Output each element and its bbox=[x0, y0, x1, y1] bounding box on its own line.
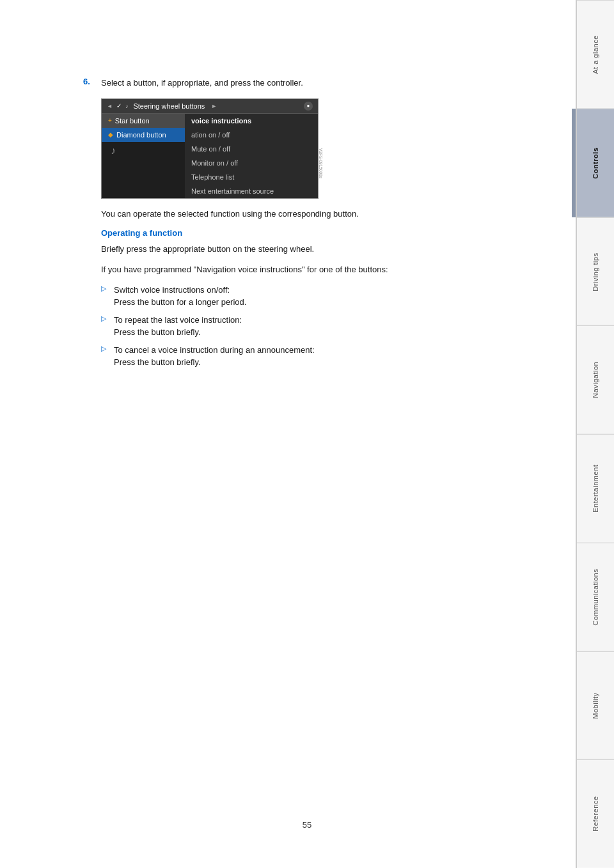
body-text-1: You can operate the selected function us… bbox=[101, 208, 518, 221]
menu-right-panel: voice instructions ation on / off Mute o… bbox=[185, 114, 318, 198]
body-text-2: Briefly press the appropriate button on … bbox=[101, 243, 518, 256]
bullet-item-2: ▷ To cancel a voice instruction during a… bbox=[101, 344, 518, 369]
bullet-arrow-0: ▷ bbox=[101, 284, 109, 293]
screenshot-watermark: V2FS-0815000s bbox=[319, 148, 323, 178]
tab-entertainment[interactable]: Entertainment bbox=[577, 434, 614, 543]
bullet-arrow-2: ▷ bbox=[101, 345, 109, 353]
bullet-text-0: Switch voice instructions on/off: Press … bbox=[114, 284, 246, 309]
menu-right-item-2: Mute on / off bbox=[185, 142, 318, 156]
section-heading-operating-function: Operating a function bbox=[101, 228, 518, 238]
tab-mobility[interactable]: Mobility bbox=[577, 651, 614, 760]
menu-left-panel: + Star button ◆ Diamond button ♪ bbox=[102, 114, 185, 198]
menu-right-item-5: Next entertainment source bbox=[185, 184, 318, 198]
bullet-arrow-1: ▷ bbox=[101, 314, 109, 323]
menu-right-item-3: Monitor on / off bbox=[185, 156, 318, 170]
tab-communications[interactable]: Communications bbox=[577, 543, 614, 651]
menu-right-item-0: voice instructions bbox=[185, 114, 318, 128]
body-text-3: If you have programmed "Navigation voice… bbox=[101, 263, 518, 276]
ui-menu: + Star button ◆ Diamond button ♪ voice i… bbox=[102, 114, 318, 198]
main-content: 6. Select a button, if appropriate, and … bbox=[83, 77, 518, 374]
diamond-button-label: Diamond button bbox=[116, 131, 166, 139]
tab-at-a-glance[interactable]: At a glance bbox=[577, 0, 614, 109]
step-6: 6. Select a button, if appropriate, and … bbox=[83, 77, 518, 89]
tab-reference[interactable]: Reference bbox=[577, 759, 614, 868]
star-button-label: Star button bbox=[115, 117, 150, 125]
speaker-icon: ♪ bbox=[125, 103, 129, 109]
bullet-item-0: ▷ Switch voice instructions on/off: Pres… bbox=[101, 284, 518, 309]
titlebar-dot: ● bbox=[304, 102, 313, 111]
bullet-item-1: ▷ To repeat the last voice instruction: … bbox=[101, 314, 518, 339]
tab-controls[interactable]: Controls bbox=[577, 109, 614, 217]
right-tab-navigation: At a glance Controls Driving tips Naviga… bbox=[576, 0, 614, 868]
bullet-list: ▷ Switch voice instructions on/off: Pres… bbox=[101, 284, 518, 369]
check-icon: ✓ bbox=[116, 102, 122, 109]
star-button-item: + Star button bbox=[102, 114, 185, 128]
menu-right-item-1: ation on / off bbox=[185, 128, 318, 142]
menu-icon-item: ♪ bbox=[102, 142, 185, 160]
right-arrow-icon: ► bbox=[211, 103, 217, 109]
bullet-text-1: To repeat the last voice instruction: Pr… bbox=[114, 314, 242, 339]
bullet-text-2: To cancel a voice instruction during an … bbox=[114, 344, 315, 369]
left-arrow-icon: ◄ bbox=[107, 103, 113, 109]
ui-titlebar: ◄ ✓ ♪ Steering wheel buttons ► ● bbox=[102, 99, 318, 114]
star-symbol: + bbox=[108, 117, 112, 124]
titlebar-left: ◄ ✓ ♪ Steering wheel buttons ► bbox=[107, 102, 217, 110]
tab-driving-tips[interactable]: Driving tips bbox=[577, 217, 614, 326]
active-tab-indicator bbox=[572, 0, 576, 868]
titlebar-title: Steering wheel buttons bbox=[133, 102, 205, 110]
diamond-symbol: ◆ bbox=[108, 131, 113, 138]
diamond-button-item: ◆ Diamond button bbox=[102, 128, 185, 142]
step-number: 6. bbox=[83, 77, 101, 86]
menu-right-item-4: Telephone list bbox=[185, 170, 318, 184]
tab-navigation[interactable]: Navigation bbox=[577, 325, 614, 434]
speaker-icon-small: ♪ bbox=[111, 145, 116, 157]
page-number: 55 bbox=[303, 820, 311, 830]
step-text: Select a button, if appropriate, and pre… bbox=[101, 77, 303, 89]
ui-screenshot: ◄ ✓ ♪ Steering wheel buttons ► ● + Star … bbox=[101, 98, 319, 199]
